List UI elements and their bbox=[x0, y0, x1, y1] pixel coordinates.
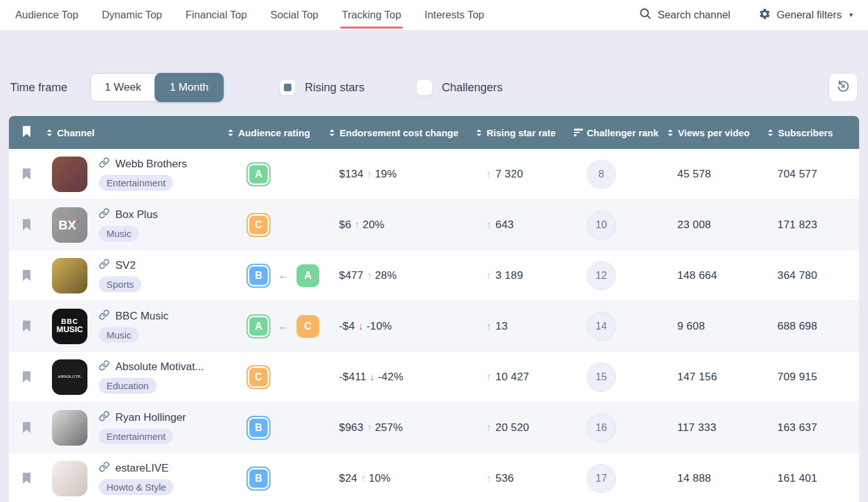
search-icon bbox=[639, 7, 652, 23]
channel-name[interactable]: estareLIVE bbox=[115, 462, 169, 475]
general-filters-button[interactable]: General filters ▾ bbox=[758, 8, 853, 23]
rising-trend-arrow-icon: ↑ bbox=[486, 219, 491, 231]
tab-tracking-top[interactable]: Tracking Top bbox=[342, 0, 402, 30]
channel-name[interactable]: Webb Brothers bbox=[115, 158, 187, 171]
search-channel-button[interactable]: Search channel bbox=[639, 7, 731, 23]
sort-icon bbox=[667, 129, 674, 136]
header-rising-star-rate[interactable]: Rising star rate bbox=[474, 127, 573, 138]
tab-interests-top[interactable]: Interests Top bbox=[424, 0, 484, 30]
sort-icon bbox=[46, 129, 53, 136]
rising-trend-arrow-icon: ↑ bbox=[486, 422, 491, 434]
time-frame-1-week-button[interactable]: 1 Week bbox=[91, 74, 155, 101]
channel-avatar[interactable] bbox=[52, 410, 87, 446]
header-challenger-rank[interactable]: Challenger rank bbox=[573, 127, 665, 138]
reset-filters-button[interactable] bbox=[829, 73, 858, 102]
table-row: BX+ Box Plus Music C ← bbox=[9, 200, 859, 250]
bookmark-icon[interactable] bbox=[22, 472, 32, 484]
rising-trend-arrow-icon: ↑ bbox=[486, 473, 491, 484]
previous-rating-badge: A bbox=[297, 264, 319, 287]
link-icon[interactable] bbox=[99, 411, 110, 424]
tab-social-top[interactable]: Social Top bbox=[271, 0, 319, 30]
channel-name[interactable]: Absolute Motivat... bbox=[115, 361, 204, 373]
subscribers-value: 163 637 bbox=[777, 422, 817, 434]
link-icon[interactable] bbox=[99, 157, 110, 171]
challengers-filter[interactable]: Challengers bbox=[416, 79, 502, 96]
tab-dynamic-top[interactable]: Dynamic Top bbox=[102, 0, 162, 30]
channel-name[interactable]: BBC Music bbox=[115, 310, 169, 323]
cost-percent: -42% bbox=[378, 371, 404, 383]
challengers-checkbox[interactable] bbox=[416, 79, 433, 96]
header-audience-rating[interactable]: Audience rating bbox=[226, 127, 327, 138]
rising-star-rate-value: 643 bbox=[495, 219, 514, 231]
category-badge: Music bbox=[99, 226, 139, 241]
views-per-video-value: 117 333 bbox=[677, 422, 717, 434]
channel-name[interactable]: Box Plus bbox=[115, 209, 158, 221]
channel-avatar[interactable]: BX+ bbox=[52, 207, 87, 243]
header-subscribers[interactable]: Subscribers bbox=[765, 127, 859, 138]
sort-icon bbox=[328, 129, 336, 136]
link-icon[interactable] bbox=[99, 309, 110, 323]
cost-percent: 19% bbox=[375, 168, 397, 181]
top-navigation-bar: Audience Top Dynamic Top Financial Top S… bbox=[0, 0, 868, 30]
table-body: Webb Brothers Entertainment A ← $134 ↑ 1… bbox=[9, 149, 859, 502]
header-views-per-video[interactable]: Views per video bbox=[665, 127, 765, 138]
cost-amount: $24 bbox=[339, 472, 357, 485]
bookmark-icon bbox=[22, 126, 32, 139]
link-icon[interactable] bbox=[99, 360, 110, 373]
bookmark-icon[interactable] bbox=[22, 219, 32, 231]
sort-icon bbox=[767, 129, 774, 136]
bookmark-icon[interactable] bbox=[22, 320, 32, 332]
tab-financial-top[interactable]: Financial Top bbox=[186, 0, 247, 30]
rising-trend-arrow-icon: ↑ bbox=[486, 169, 491, 180]
link-icon[interactable] bbox=[99, 461, 110, 475]
cost-amount: $477 bbox=[339, 269, 364, 282]
table-row: ABSOLUTE. Absolute Motivat... Education … bbox=[9, 352, 859, 402]
tab-audience-top[interactable]: Audience Top bbox=[15, 0, 79, 30]
challenger-rank-value: 17 bbox=[587, 464, 616, 493]
channel-name[interactable]: SV2 bbox=[115, 259, 136, 272]
channel-avatar[interactable]: ABSOLUTE. bbox=[52, 359, 87, 395]
bookmark-icon[interactable] bbox=[22, 422, 32, 434]
cost-amount: $134 bbox=[339, 168, 364, 181]
cost-percent: 20% bbox=[362, 219, 385, 231]
rising-stars-filter[interactable]: Rising stars bbox=[279, 79, 364, 96]
time-frame-toggle: 1 Week 1 Month bbox=[90, 73, 224, 102]
time-frame-1-month-button[interactable]: 1 Month bbox=[155, 73, 224, 102]
header-bookmark-column[interactable] bbox=[9, 126, 44, 139]
cost-trend-arrow-icon: ↑ bbox=[354, 219, 359, 231]
category-badge: Entertainment bbox=[99, 428, 173, 444]
category-badge: Entertainment bbox=[99, 175, 173, 191]
category-badge: Music bbox=[99, 327, 139, 343]
header-channel[interactable]: Channel bbox=[44, 127, 226, 138]
channel-avatar[interactable]: BBCMUSIC bbox=[52, 309, 87, 344]
category-badge: Education bbox=[99, 378, 156, 394]
sort-icon bbox=[227, 129, 234, 136]
category-badge: Sports bbox=[99, 276, 141, 292]
link-icon[interactable] bbox=[99, 259, 110, 272]
views-per-video-value: 148 664 bbox=[677, 269, 717, 282]
subscribers-value: 161 401 bbox=[777, 472, 817, 485]
audience-rating-badge: A bbox=[246, 162, 271, 186]
rising-trend-arrow-icon: ↑ bbox=[486, 270, 491, 281]
challengers-label: Challengers bbox=[442, 81, 502, 94]
header-endorsement-cost-change[interactable]: Endorsement cost change bbox=[327, 127, 474, 138]
views-per-video-value: 9 608 bbox=[677, 320, 705, 333]
channel-avatar[interactable] bbox=[52, 258, 87, 293]
bookmark-icon[interactable] bbox=[22, 371, 32, 383]
cost-amount: -$411 bbox=[339, 371, 366, 383]
views-per-video-value: 45 578 bbox=[677, 168, 711, 181]
rising-stars-checkbox[interactable] bbox=[279, 79, 296, 96]
bookmark-icon[interactable] bbox=[22, 168, 32, 180]
table-row: estareLIVE Howto & Style B ← $24 ↑ 10% ↑… bbox=[9, 453, 859, 502]
cost-trend-arrow-icon: ↑ bbox=[361, 473, 366, 484]
subscribers-value: 709 915 bbox=[777, 371, 817, 383]
link-icon[interactable] bbox=[99, 208, 110, 221]
bookmark-icon[interactable] bbox=[22, 269, 32, 281]
rising-star-rate-value: 10 427 bbox=[495, 371, 529, 383]
rating-change-arrow-icon: ← bbox=[278, 320, 289, 333]
channel-avatar[interactable] bbox=[52, 157, 87, 192]
cost-percent: 28% bbox=[375, 269, 397, 282]
channel-name[interactable]: Ryan Hollinger bbox=[115, 411, 186, 424]
nav-tabs: Audience Top Dynamic Top Financial Top S… bbox=[15, 0, 484, 30]
channel-avatar[interactable] bbox=[52, 461, 87, 496]
